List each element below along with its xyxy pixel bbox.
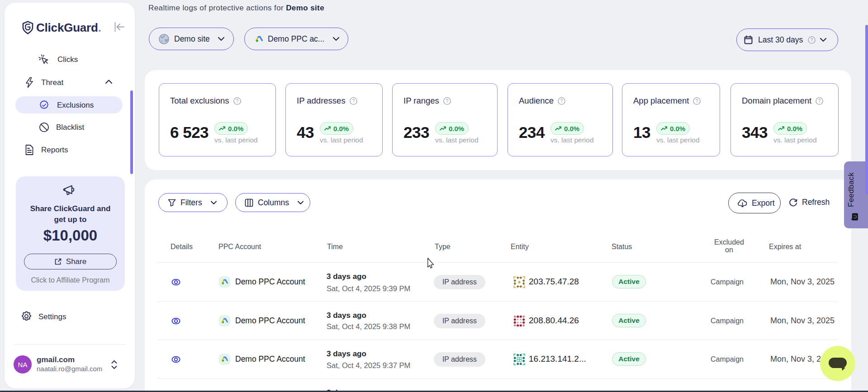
svg-text:?: ? <box>811 38 813 43</box>
svg-text:?: ? <box>352 99 355 104</box>
svg-text:?: ? <box>446 99 449 104</box>
svg-text:?: ? <box>818 99 821 104</box>
svg-text:?: ? <box>236 99 238 104</box>
svg-text:?: ? <box>696 99 698 104</box>
svg-text:?: ? <box>560 99 563 104</box>
